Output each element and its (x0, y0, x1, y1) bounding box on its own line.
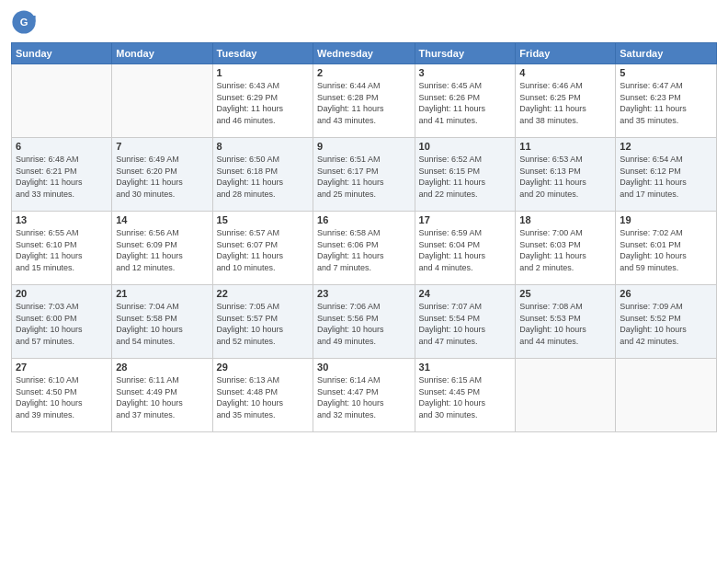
day-info: Sunrise: 6:13 AMSunset: 4:48 PMDaylight:… (217, 374, 309, 420)
day-info: Sunrise: 6:56 AMSunset: 6:09 PMDaylight:… (116, 227, 208, 273)
calendar-week-row: 6Sunrise: 6:48 AMSunset: 6:21 PMDaylight… (12, 138, 717, 212)
calendar-cell: 26Sunrise: 7:09 AMSunset: 5:52 PMDayligh… (616, 285, 717, 359)
calendar-cell: 27Sunrise: 6:10 AMSunset: 4:50 PMDayligh… (12, 359, 112, 432)
day-info: Sunrise: 7:07 AMSunset: 5:54 PMDaylight:… (419, 301, 512, 347)
day-number: 19 (620, 214, 712, 225)
weekday-header: Tuesday (212, 43, 313, 64)
day-info: Sunrise: 6:52 AMSunset: 6:15 PMDaylight:… (419, 154, 512, 200)
calendar-week-row: 27Sunrise: 6:10 AMSunset: 4:50 PMDayligh… (12, 359, 717, 432)
calendar-cell: 25Sunrise: 7:08 AMSunset: 5:53 PMDayligh… (516, 285, 616, 359)
calendar-cell: 29Sunrise: 6:13 AMSunset: 4:48 PMDayligh… (212, 359, 313, 432)
day-number: 7 (116, 141, 208, 152)
day-info: Sunrise: 7:05 AMSunset: 5:57 PMDaylight:… (217, 301, 309, 347)
calendar-cell: 18Sunrise: 7:00 AMSunset: 6:03 PMDayligh… (516, 212, 616, 285)
weekday-header: Friday (516, 43, 616, 64)
day-info: Sunrise: 7:03 AMSunset: 6:00 PMDaylight:… (16, 301, 108, 347)
day-number: 23 (317, 288, 410, 299)
day-number: 26 (620, 288, 712, 299)
day-number: 15 (217, 214, 309, 225)
calendar-cell: 4Sunrise: 6:46 AMSunset: 6:25 PMDaylight… (516, 64, 616, 138)
day-number: 29 (217, 362, 309, 373)
day-number: 3 (419, 67, 512, 78)
day-number: 30 (317, 362, 410, 373)
day-number: 5 (620, 67, 712, 78)
calendar-cell: 13Sunrise: 6:55 AMSunset: 6:10 PMDayligh… (12, 212, 112, 285)
day-info: Sunrise: 6:10 AMSunset: 4:50 PMDaylight:… (16, 374, 108, 420)
day-info: Sunrise: 7:04 AMSunset: 5:58 PMDaylight:… (116, 301, 208, 347)
day-number: 17 (419, 214, 512, 225)
day-number: 16 (317, 214, 410, 225)
day-number: 31 (419, 362, 512, 373)
day-info: Sunrise: 6:47 AMSunset: 6:23 PMDaylight:… (620, 80, 712, 126)
day-info: Sunrise: 7:00 AMSunset: 6:03 PMDaylight:… (519, 227, 611, 273)
calendar-cell: 16Sunrise: 6:58 AMSunset: 6:06 PMDayligh… (313, 212, 415, 285)
day-info: Sunrise: 6:53 AMSunset: 6:13 PMDaylight:… (519, 154, 611, 200)
calendar-week-row: 20Sunrise: 7:03 AMSunset: 6:00 PMDayligh… (12, 285, 717, 359)
calendar-page: G SundayMondayTuesdayWednesdayThursdayFr… (0, 0, 728, 563)
day-number: 6 (16, 141, 108, 152)
calendar-cell: 7Sunrise: 6:49 AMSunset: 6:20 PMDaylight… (112, 138, 212, 212)
day-info: Sunrise: 7:06 AMSunset: 5:56 PMDaylight:… (317, 301, 410, 347)
calendar-cell: 11Sunrise: 6:53 AMSunset: 6:13 PMDayligh… (516, 138, 616, 212)
day-info: Sunrise: 6:55 AMSunset: 6:10 PMDaylight:… (16, 227, 108, 273)
calendar-cell: 28Sunrise: 6:11 AMSunset: 4:49 PMDayligh… (112, 359, 212, 432)
calendar-cell: 9Sunrise: 6:51 AMSunset: 6:17 PMDaylight… (313, 138, 415, 212)
calendar-cell: 8Sunrise: 6:50 AMSunset: 6:18 PMDaylight… (212, 138, 313, 212)
calendar-cell: 22Sunrise: 7:05 AMSunset: 5:57 PMDayligh… (212, 285, 313, 359)
day-number: 28 (116, 362, 208, 373)
calendar-cell: 20Sunrise: 7:03 AMSunset: 6:00 PMDayligh… (12, 285, 112, 359)
day-info: Sunrise: 6:50 AMSunset: 6:18 PMDaylight:… (217, 154, 309, 200)
calendar-cell: 2Sunrise: 6:44 AMSunset: 6:28 PMDaylight… (313, 64, 415, 138)
calendar-week-row: 13Sunrise: 6:55 AMSunset: 6:10 PMDayligh… (12, 212, 717, 285)
day-number: 4 (519, 67, 611, 78)
day-info: Sunrise: 6:51 AMSunset: 6:17 PMDaylight:… (317, 154, 410, 200)
day-number: 13 (16, 214, 108, 225)
day-number: 18 (519, 214, 611, 225)
calendar-table: SundayMondayTuesdayWednesdayThursdayFrid… (11, 42, 717, 432)
day-number: 11 (519, 141, 611, 152)
day-number: 24 (419, 288, 512, 299)
day-number: 21 (116, 288, 208, 299)
day-number: 10 (419, 141, 512, 152)
calendar-cell (516, 359, 616, 432)
logo-icon: G (11, 9, 37, 35)
calendar-cell (12, 64, 112, 138)
day-info: Sunrise: 6:14 AMSunset: 4:47 PMDaylight:… (317, 374, 410, 420)
day-number: 22 (217, 288, 309, 299)
day-info: Sunrise: 6:54 AMSunset: 6:12 PMDaylight:… (620, 154, 712, 200)
calendar-header-row: SundayMondayTuesdayWednesdayThursdayFrid… (12, 43, 717, 64)
day-number: 25 (519, 288, 611, 299)
weekday-header: Sunday (12, 43, 112, 64)
header: G (11, 9, 717, 35)
day-info: Sunrise: 6:11 AMSunset: 4:49 PMDaylight:… (116, 374, 208, 420)
calendar-cell: 10Sunrise: 6:52 AMSunset: 6:15 PMDayligh… (415, 138, 516, 212)
day-number: 12 (620, 141, 712, 152)
calendar-cell: 12Sunrise: 6:54 AMSunset: 6:12 PMDayligh… (616, 138, 717, 212)
day-number: 8 (217, 141, 309, 152)
weekday-header: Monday (112, 43, 212, 64)
calendar-cell (112, 64, 212, 138)
day-info: Sunrise: 6:59 AMSunset: 6:04 PMDaylight:… (419, 227, 512, 273)
day-info: Sunrise: 6:49 AMSunset: 6:20 PMDaylight:… (116, 154, 208, 200)
day-info: Sunrise: 6:43 AMSunset: 6:29 PMDaylight:… (217, 80, 309, 126)
logo: G (11, 9, 40, 35)
day-info: Sunrise: 6:58 AMSunset: 6:06 PMDaylight:… (317, 227, 410, 273)
day-number: 27 (16, 362, 108, 373)
calendar-cell: 23Sunrise: 7:06 AMSunset: 5:56 PMDayligh… (313, 285, 415, 359)
weekday-header: Wednesday (313, 43, 415, 64)
day-number: 20 (16, 288, 108, 299)
day-info: Sunrise: 7:02 AMSunset: 6:01 PMDaylight:… (620, 227, 712, 273)
calendar-cell: 6Sunrise: 6:48 AMSunset: 6:21 PMDaylight… (12, 138, 112, 212)
day-info: Sunrise: 6:45 AMSunset: 6:26 PMDaylight:… (419, 80, 512, 126)
weekday-header: Saturday (616, 43, 717, 64)
calendar-cell: 31Sunrise: 6:15 AMSunset: 4:45 PMDayligh… (415, 359, 516, 432)
day-info: Sunrise: 7:08 AMSunset: 5:53 PMDaylight:… (519, 301, 611, 347)
day-info: Sunrise: 7:09 AMSunset: 5:52 PMDaylight:… (620, 301, 712, 347)
day-info: Sunrise: 6:15 AMSunset: 4:45 PMDaylight:… (419, 374, 512, 420)
calendar-cell (616, 359, 717, 432)
calendar-cell: 17Sunrise: 6:59 AMSunset: 6:04 PMDayligh… (415, 212, 516, 285)
day-info: Sunrise: 6:48 AMSunset: 6:21 PMDaylight:… (16, 154, 108, 200)
calendar-cell: 15Sunrise: 6:57 AMSunset: 6:07 PMDayligh… (212, 212, 313, 285)
calendar-cell: 21Sunrise: 7:04 AMSunset: 5:58 PMDayligh… (112, 285, 212, 359)
calendar-cell: 19Sunrise: 7:02 AMSunset: 6:01 PMDayligh… (616, 212, 717, 285)
